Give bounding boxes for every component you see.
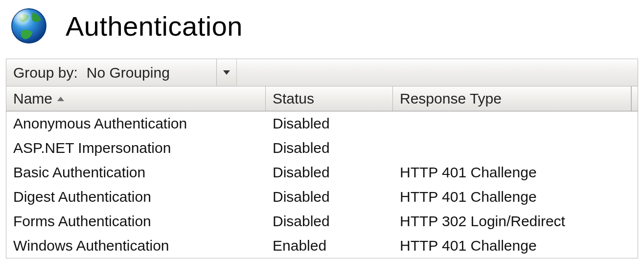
- cell-name: ASP.NET Impersonation: [6, 140, 266, 156]
- groupby-dropdown-button[interactable]: [216, 59, 236, 86]
- chevron-down-icon: [223, 70, 230, 75]
- cell-response-type: HTTP 302 Login/Redirect: [393, 213, 638, 230]
- column-header-response-type-label: Response Type: [400, 90, 502, 107]
- table-row[interactable]: Windows AuthenticationEnabledHTTP 401 Ch…: [6, 234, 638, 258]
- column-header-spacer: [631, 86, 638, 111]
- column-header-name-label: Name: [13, 90, 52, 107]
- table-row[interactable]: ASP.NET ImpersonationDisabled: [6, 136, 638, 160]
- authentication-grid: Name Status Response Type Anonymous Auth…: [6, 86, 638, 258]
- page-header: Authentication: [0, 0, 644, 59]
- column-header-status[interactable]: Status: [266, 86, 393, 111]
- column-header-name[interactable]: Name: [6, 86, 266, 111]
- table-row[interactable]: Digest AuthenticationDisabledHTTP 401 Ch…: [6, 185, 638, 209]
- cell-status: Disabled: [266, 140, 393, 156]
- svg-point-1: [12, 9, 46, 43]
- cell-name: Windows Authentication: [6, 237, 266, 254]
- globe-icon: [7, 4, 51, 48]
- column-header-status-label: Status: [273, 90, 314, 107]
- toolbar-filler: [236, 59, 638, 86]
- table-row[interactable]: Anonymous AuthenticationDisabled: [6, 111, 638, 136]
- toolbar: Group by: No Grouping: [6, 59, 638, 86]
- cell-name: Basic Authentication: [6, 164, 266, 181]
- cell-name: Anonymous Authentication: [6, 115, 266, 132]
- cell-response-type: HTTP 401 Challenge: [393, 164, 638, 181]
- table-row[interactable]: Forms AuthenticationDisabledHTTP 302 Log…: [6, 209, 638, 234]
- table-row[interactable]: Basic AuthenticationDisabledHTTP 401 Cha…: [6, 160, 638, 185]
- grid-header: Name Status Response Type: [6, 86, 638, 111]
- groupby-select[interactable]: No Grouping: [82, 59, 236, 86]
- cell-response-type: HTTP 401 Challenge: [393, 237, 638, 254]
- cell-response-type: HTTP 401 Challenge: [393, 189, 638, 205]
- page-title: Authentication: [66, 10, 243, 42]
- groupby-value: No Grouping: [87, 64, 170, 81]
- cell-status: Disabled: [266, 115, 393, 132]
- cell-status: Disabled: [266, 164, 393, 181]
- cell-name: Forms Authentication: [6, 213, 266, 230]
- column-header-response-type[interactable]: Response Type: [393, 86, 631, 111]
- cell-name: Digest Authentication: [6, 189, 266, 205]
- sort-asc-icon: [57, 97, 64, 101]
- grid-body: Anonymous AuthenticationDisabledASP.NET …: [6, 111, 638, 258]
- cell-status: Disabled: [266, 189, 393, 205]
- cell-status: Disabled: [266, 213, 393, 230]
- groupby-label: Group by:: [6, 59, 82, 86]
- cell-status: Enabled: [266, 237, 393, 254]
